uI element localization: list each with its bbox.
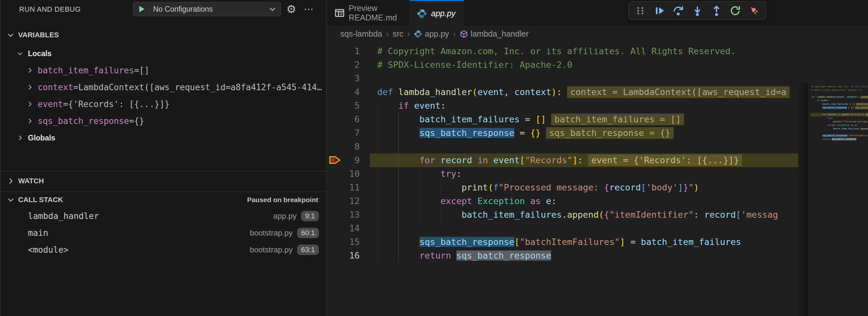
code-line-4[interactable]: 4def lambda_handler(event, context):cont… <box>327 85 798 99</box>
minimap-line: except Exception as e: <box>808 124 868 127</box>
code-line-2[interactable]: 2# SPDX-License-Identifier: Apache-2.0 <box>327 58 798 72</box>
step-out-icon[interactable] <box>709 4 724 18</box>
section-watch[interactable]: WATCH <box>1 174 326 188</box>
code-line-11[interactable]: 11 print(f"Processed message: {record['b… <box>327 181 798 194</box>
minimap-line <box>808 92 868 96</box>
minimap-line: sqs_batch_response = {}sqs_batch_respons… <box>808 106 868 110</box>
line-number: 10 <box>337 167 360 181</box>
debug-status-text: Paused on breakpoint <box>247 196 318 204</box>
minimap-text: def lambda_handler(event, context):conte… <box>811 95 868 99</box>
code-line-5[interactable]: 5 if event: <box>327 99 798 113</box>
call-stack-frame[interactable]: <module>bootstrap.py63:1 <box>1 242 326 257</box>
line-number: 4 <box>337 85 360 99</box>
breadcrumb-label: lambda_handler <box>471 29 529 39</box>
minimap-line: return sqs_batch_response <box>808 137 868 141</box>
call-stack-frame[interactable]: mainbootstrap.py60:1 <box>1 225 326 241</box>
variable-name: batch_item_failures <box>38 66 134 75</box>
frame-file: app.py <box>273 212 297 221</box>
line-number: 14 <box>337 222 360 235</box>
breadcrumb-item-sqs-lambda[interactable]: sqs-lambda <box>340 29 382 39</box>
code-line-12[interactable]: 12 except Exception as e: <box>327 194 798 208</box>
inline-debug-value: batch_item_failures = [] <box>551 114 684 125</box>
line-number: 5 <box>337 99 360 113</box>
debug-toolbar <box>628 1 767 20</box>
editor-group: Preview README.mdapp.py sqs-lambda›src›a… <box>327 0 868 316</box>
line-number: 16 <box>337 249 360 262</box>
variable-row-batch_item_failures[interactable]: batch_item_failures = [] <box>1 63 326 78</box>
breadcrumb-item-src[interactable]: src <box>393 29 403 39</box>
code-line-6[interactable]: 6 batch_item_failures = []batch_item_fai… <box>327 113 798 126</box>
drag-handle-icon <box>633 4 647 18</box>
preview-icon <box>334 8 345 18</box>
section-variables[interactable]: VARIABLES <box>1 28 326 42</box>
minimap-text: except Exception as e: <box>811 124 858 127</box>
code-line-14[interactable]: 14 <box>327 222 798 235</box>
line-number: 3 <box>337 72 360 85</box>
line-number: 11 <box>337 181 360 194</box>
frame-file: bootstrap.py <box>250 245 292 254</box>
python-icon <box>417 8 427 19</box>
settings-gear-icon[interactable]: ⚙ <box>285 3 298 15</box>
code-line-7[interactable]: 7 sqs_batch_response = {}sqs_batch_respo… <box>327 126 798 140</box>
breadcrumb-item-app-py[interactable]: app.py <box>414 29 449 39</box>
minimap-line: try: <box>808 117 868 120</box>
tab-label: app.py <box>431 9 456 18</box>
code-text: for record in event["Records"]:event = {… <box>377 154 742 167</box>
call-stack-frame[interactable]: lambda_handlerapp.py9:1 <box>1 209 326 224</box>
equals: = <box>129 116 134 126</box>
continue-icon[interactable] <box>652 4 666 18</box>
minimap-line: batch_item_failures.append({"itemIdentif… <box>808 127 868 131</box>
disconnect-icon[interactable] <box>747 4 762 18</box>
debug-configuration-dropdown[interactable]: No Configurations <box>133 2 281 16</box>
frame-function: main <box>28 228 250 238</box>
sidebar-more-actions-icon[interactable]: ⋯ <box>302 3 315 15</box>
minimap-text: sqs_batch_response["batchItemFailures"] … <box>811 134 868 137</box>
variables-group-globals[interactable]: Globals <box>1 130 326 145</box>
code-line-1[interactable]: 1# Copyright Amazon.com, Inc. or its aff… <box>327 44 798 58</box>
code-line-3[interactable]: 3 <box>327 72 798 85</box>
section-call-stack[interactable]: CALL STACKPaused on breakpoint <box>1 193 326 207</box>
code-text: sqs_batch_response = {}sqs_batch_respons… <box>377 126 674 140</box>
code-editor[interactable]: 1# Copyright Amazon.com, Inc. or its aff… <box>327 41 868 316</box>
code-text: print(f"Processed message: {record['body… <box>377 181 699 194</box>
code-text: # SPDX-License-Identifier: Apache-2.0 <box>377 58 572 72</box>
code-line-15[interactable]: 15 sqs_batch_response["batchItemFailures… <box>327 235 798 249</box>
minimap-text: # SPDX-License-Identifier: Apache-2.0 <box>811 89 862 92</box>
variables-group-locals[interactable]: Locals <box>1 46 326 61</box>
group-label: Locals <box>28 49 52 58</box>
tab-app-py[interactable]: app.py <box>410 0 464 26</box>
minimap-line: print(f"Processed message: {record['body… <box>808 120 868 124</box>
variable-name: event <box>38 99 63 109</box>
restart-icon[interactable] <box>728 4 742 18</box>
frame-file: bootstrap.py <box>250 228 292 238</box>
code-line-13[interactable]: 13 batch_item_failures.append({"itemIden… <box>327 208 798 222</box>
breadcrumb-label: sqs-lambda <box>340 29 382 39</box>
section-divider <box>1 171 326 171</box>
code-line-16[interactable]: 16 return sqs_batch_response <box>327 249 798 262</box>
indent-guide <box>398 140 399 154</box>
tab-preview-readme-md[interactable]: Preview README.md <box>327 0 410 26</box>
step-over-icon[interactable] <box>671 4 685 18</box>
divider <box>149 4 149 13</box>
frame-position-badge: 60:1 <box>297 228 319 238</box>
minimap[interactable]: # Copyright Amazon.com, Inc. or its affi… <box>808 85 868 153</box>
debug-start-icon[interactable] <box>136 4 146 14</box>
chevron-right-icon <box>26 84 34 91</box>
variable-value: {} <box>134 116 326 126</box>
variable-row-context[interactable]: context = LambdaContext([aws_request_id=… <box>1 80 326 95</box>
minimap-line: sqs_batch_response["batchItemFailures"] … <box>808 134 868 137</box>
code-line-8[interactable]: 8 <box>327 140 798 154</box>
code-line-9[interactable]: 9 for record in event["Records"]:event =… <box>327 154 798 167</box>
line-number: 12 <box>337 194 360 208</box>
debug-configuration-label: No Configurations <box>153 5 268 13</box>
code-line-10[interactable]: 10 try: <box>327 167 798 181</box>
step-into-icon[interactable] <box>690 4 705 18</box>
section-variables-label: VARIABLES <box>18 31 59 39</box>
variable-row-event[interactable]: event = {'Records': [{...}]} <box>1 97 326 112</box>
variable-value: {'Records': [{...}]} <box>68 99 326 109</box>
minimap-text: print(f"Processed message: {record['body… <box>811 120 868 124</box>
vscode-run-and-debug-view: RUN AND DEBUG No Configurations ⚙ ⋯ VARI… <box>0 0 868 316</box>
breadcrumb-item-lambda-handler[interactable]: lambda_handler <box>460 29 529 39</box>
variable-row-sqs_batch_response[interactable]: sqs_batch_response = {} <box>1 114 326 128</box>
code-text: return sqs_batch_response <box>377 249 551 262</box>
